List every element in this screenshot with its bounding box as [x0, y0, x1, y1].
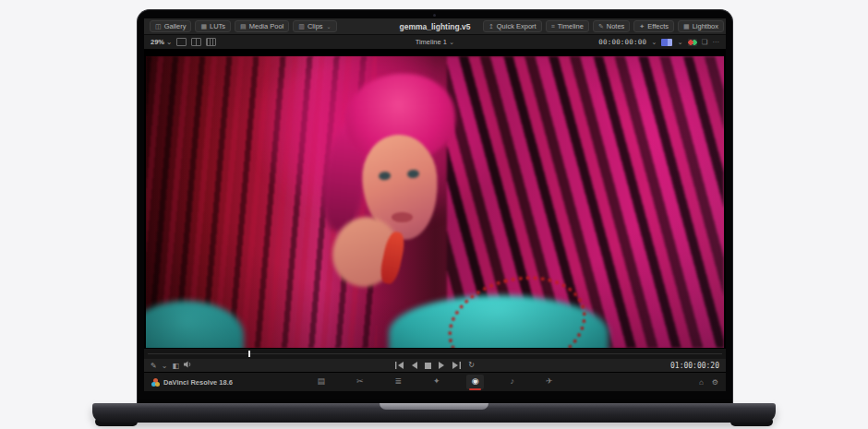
notes-icon: ✎	[598, 23, 604, 30]
media-pool-label: Media Pool	[249, 23, 284, 30]
scrub-track	[148, 353, 722, 354]
clips-label: Clips	[307, 23, 323, 30]
playhead-marker[interactable]	[248, 351, 250, 357]
laptop-base	[92, 403, 776, 423]
media-pool-button[interactable]: ▤ Media Pool	[235, 20, 289, 33]
effects-icon: ✦	[639, 23, 645, 30]
page-tab-fairlight[interactable]: ♪	[504, 375, 520, 389]
notes-label: Notes	[607, 23, 625, 30]
play-button[interactable]	[439, 362, 445, 369]
viewer-zoom-value: 29%	[151, 38, 164, 46]
timeline-name: Timeline 1	[416, 38, 447, 46]
webcam-icon	[433, 14, 436, 17]
chevron-down-icon: ⌄	[449, 38, 454, 46]
gallery-button[interactable]: ◫ Gallery	[150, 20, 191, 33]
notes-button[interactable]: ✎ Notes	[593, 20, 630, 33]
transport-bar: ✎ ⌄ ◧	[144, 359, 726, 372]
page-tab-edit[interactable]: ≣	[390, 375, 408, 389]
lid-groove	[380, 403, 488, 410]
chevron-down-icon: ⌄	[327, 24, 332, 30]
stop-button[interactable]	[425, 363, 431, 369]
luts-button[interactable]: ▦ LUTs	[195, 20, 231, 33]
skip-to-start-button[interactable]	[395, 362, 404, 369]
timeline-icon: ≡	[551, 23, 555, 30]
timeline-button[interactable]: ≡ Timeline	[546, 20, 589, 33]
viewer-scrub-bar[interactable]	[144, 348, 726, 359]
chevron-down-icon: ⌄	[166, 38, 172, 46]
page-navigation-bar: DaVinci Resolve 18.6 ▤ ✂ ≣ ✦ ◉ ♪ ✈ ⌂ ⚙	[144, 372, 726, 391]
page-tab-media[interactable]: ▤	[311, 375, 331, 389]
graded-clip-image	[146, 56, 724, 348]
loop-playback-button[interactable]: ↻	[468, 362, 475, 369]
chevron-down-icon: ⌄	[651, 38, 657, 46]
lightbox-label: Lightbox	[693, 23, 718, 30]
viewer-zoom-select[interactable]: 29% ⌄	[151, 38, 172, 46]
laptop-lid: ◫ Gallery ▦ LUTs ▤ Media Pool ▥ Clips	[137, 9, 733, 403]
single-clip-view-icon[interactable]	[176, 38, 187, 46]
main-toolbar: ◫ Gallery ▦ LUTs ▤ Media Pool ▥ Clips	[144, 18, 726, 35]
quick-export-icon: ↥	[488, 23, 494, 30]
quick-export-button[interactable]: ↥ Quick Export	[483, 20, 542, 33]
effects-button[interactable]: ✦ Effects	[633, 20, 674, 33]
transport-controls: ↻	[144, 362, 726, 369]
page-tab-fusion[interactable]: ✦	[428, 375, 446, 389]
skip-to-end-button[interactable]	[452, 362, 461, 369]
viewer-timecode[interactable]: 00:00:00:00	[598, 38, 646, 46]
viewer-options-icon[interactable]: ···	[713, 38, 720, 46]
viewer-toolbar: 29% ⌄ Timeline 1 ⌄ 00:00:00:00 ⌄ ⌄	[144, 35, 726, 50]
page-tab-deliver[interactable]: ✈	[540, 375, 559, 389]
davinci-resolve-window: ◫ Gallery ▦ LUTs ▤ Media Pool ▥ Clips	[144, 18, 726, 391]
gallery-label: Gallery	[164, 23, 187, 30]
split-screen-icon[interactable]	[191, 38, 201, 46]
expand-viewer-icon[interactable]: ❏	[702, 38, 708, 46]
page-tabs: ▤ ✂ ≣ ✦ ◉ ♪ ✈	[144, 375, 726, 389]
toolbar-left-group: ◫ Gallery ▦ LUTs ▤ Media Pool ▥ Clips	[150, 20, 341, 33]
step-back-button[interactable]	[411, 362, 417, 369]
toolbar-right-group: ↥ Quick Export ≡ Timeline ✎ Notes ✦ Effe…	[483, 20, 724, 33]
effects-label: Effects	[647, 23, 669, 30]
luts-icon: ▦	[200, 23, 207, 30]
luts-label: LUTs	[210, 23, 225, 30]
image-wipe-icon[interactable]	[206, 38, 216, 46]
desktop-background: ◫ Gallery ▦ LUTs ▤ Media Pool ▥ Clips	[0, 0, 868, 429]
clips-button[interactable]: ▥ Clips ⌄	[293, 20, 336, 33]
page-tab-cut[interactable]: ✂	[351, 375, 369, 389]
clips-icon: ▥	[298, 23, 305, 30]
lightbox-button[interactable]: ▦ Lightbox	[678, 20, 724, 33]
vignette-overlay	[146, 56, 724, 348]
viewer-canvas[interactable]	[144, 50, 726, 348]
scopes-icon[interactable]	[688, 39, 697, 46]
lightbox-icon: ▦	[683, 23, 690, 30]
page-tab-color[interactable]: ◉	[466, 375, 485, 389]
wipe-mode-icon[interactable]	[661, 39, 672, 46]
chevron-down-icon: ⌄	[677, 38, 682, 46]
timeline-label: Timeline	[558, 23, 584, 30]
media-pool-icon: ▤	[240, 23, 247, 30]
gallery-icon: ◫	[155, 23, 162, 30]
quick-export-label: Quick Export	[497, 23, 536, 30]
